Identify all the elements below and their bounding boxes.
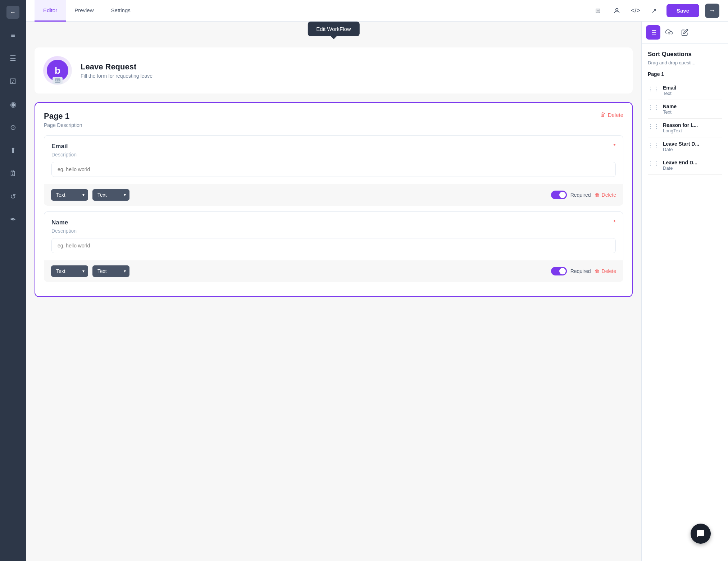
page-title-area: Page 1 Page Description xyxy=(44,111,82,128)
share-icon[interactable]: ↗ xyxy=(648,4,661,17)
trash-icon: 🗑 xyxy=(600,111,606,118)
field-email-type2-select[interactable]: Text LongText Date xyxy=(92,189,129,201)
sort-item: ⋮⋮ Leave End D... Date xyxy=(648,156,722,175)
panel-upload-icon[interactable] xyxy=(662,25,676,40)
left-sidebar: ← ≡ ☰ ☑ ◉ ⊙ ⬆ 🗓 ↺ ✒ xyxy=(0,0,26,561)
field-name-description: Description xyxy=(51,228,616,234)
sidebar-icon-signature[interactable]: ✒ xyxy=(6,213,19,226)
field-name-input[interactable] xyxy=(51,238,616,253)
drag-handle-icon-1[interactable]: ⋮⋮ xyxy=(648,104,659,111)
sort-item-name-2: Reason for L... xyxy=(663,122,698,128)
field-name-required-area: Required 🗑 Delete xyxy=(551,267,616,275)
page-title: Page 1 xyxy=(44,111,82,121)
workflow-tooltip[interactable]: Edit WorkFlow xyxy=(308,22,359,36)
field-email-label: Email xyxy=(51,143,68,150)
field-email-required-star: * xyxy=(613,143,616,150)
collaboration-icon[interactable] xyxy=(610,4,623,17)
page-delete-button[interactable]: 🗑 Delete xyxy=(600,111,623,118)
field-email-type1-select[interactable]: Text LongText Date Number Email xyxy=(51,189,88,201)
sort-items-list: ⋮⋮ Email Text ⋮⋮ Name Text xyxy=(648,81,722,175)
sort-description: Drag and drop questi... xyxy=(648,60,722,65)
field-email-type2-wrapper[interactable]: Text LongText Date ▾ xyxy=(92,189,129,201)
trash-icon-name: 🗑 xyxy=(595,268,600,274)
sort-item-type-1: Text xyxy=(663,109,677,115)
drag-handle-icon-2[interactable]: ⋮⋮ xyxy=(648,123,659,130)
drag-handle-icon-3[interactable]: ⋮⋮ xyxy=(648,142,659,149)
svg-point-0 xyxy=(616,8,618,11)
main-area: Editor Preview Settings ⊞ </> ↗ Save → E… xyxy=(26,0,728,561)
sort-item-name-4: Leave End D... xyxy=(663,160,697,165)
panel-sort-icon[interactable] xyxy=(646,25,660,40)
workflow-icon[interactable]: ⊞ xyxy=(592,4,605,17)
right-sidebar: Sort Questions Drag and drop questi... P… xyxy=(642,44,728,182)
tab-preview[interactable]: Preview xyxy=(66,0,102,22)
field-name-label: Name xyxy=(51,219,68,226)
sidebar-icon-refresh[interactable]: ↺ xyxy=(6,190,19,203)
sort-item-name-1: Name xyxy=(663,104,677,109)
field-email-toolbar: Text LongText Date Number Email ▾ Text xyxy=(44,184,623,206)
next-button[interactable]: → xyxy=(705,4,719,18)
field-email-description: Description xyxy=(51,152,616,158)
form-subtitle: Fill the form for requesting leave xyxy=(81,73,153,79)
field-name-type2-select[interactable]: Text LongText Date xyxy=(92,265,129,277)
field-email-required-label: Required xyxy=(570,192,591,198)
sort-item-type-2: LongText xyxy=(663,128,698,133)
field-name-required-star: * xyxy=(613,219,616,227)
sidebar-icon-checkbox[interactable]: ☑ xyxy=(6,75,19,88)
field-email-required-area: Required 🗑 Delete xyxy=(551,191,616,199)
panel-icon-bar xyxy=(642,22,728,44)
field-name-card: Name * Description xyxy=(44,211,623,260)
sort-item-name-3: Leave Start D... xyxy=(663,141,699,147)
page-description: Page Description xyxy=(44,122,82,128)
save-button[interactable]: Save xyxy=(666,4,699,17)
back-button[interactable]: ← xyxy=(6,6,19,19)
field-name-delete-button[interactable]: 🗑 Delete xyxy=(595,268,616,274)
form-title: Leave Request xyxy=(81,62,153,72)
svg-rect-1 xyxy=(55,78,60,83)
field-name-toolbar: Text LongText Date ▾ Text LongText Date xyxy=(44,260,623,282)
panel-edit-icon[interactable] xyxy=(678,25,692,40)
field-name-delete-label: Delete xyxy=(602,268,616,274)
field-name-type1-wrapper[interactable]: Text LongText Date ▾ xyxy=(51,265,88,277)
sort-item-type-0: Text xyxy=(663,91,676,96)
sort-page-label: Page 1 xyxy=(648,71,722,77)
sort-item-type-3: Date xyxy=(663,147,699,152)
field-email-group: Email * Description Text LongText Date xyxy=(44,135,623,206)
sidebar-icon-circle[interactable]: ⊙ xyxy=(6,121,19,134)
field-email-type1-wrapper[interactable]: Text LongText Date Number Email ▾ xyxy=(51,189,88,201)
form-editor: Edit WorkFlow b Leave Request Fill the f… xyxy=(26,22,641,561)
content-area: Edit WorkFlow b Leave Request Fill the f… xyxy=(26,22,728,561)
sort-item: ⋮⋮ Name Text xyxy=(648,100,722,119)
sort-item: ⋮⋮ Leave Start D... Date xyxy=(648,137,722,156)
workflow-tooltip-label: Edit WorkFlow xyxy=(316,26,351,32)
tab-settings[interactable]: Settings xyxy=(103,0,139,22)
form-header-text: Leave Request Fill the form for requesti… xyxy=(81,62,153,79)
field-email-card: Email * Description xyxy=(44,135,623,184)
sidebar-icon-upload[interactable]: ⬆ xyxy=(6,144,19,157)
field-email-required-toggle[interactable] xyxy=(551,191,567,199)
drag-handle-icon-0[interactable]: ⋮⋮ xyxy=(648,86,659,92)
page-container: Page 1 Page Description 🗑 Delete Email * xyxy=(35,102,633,297)
form-logo: b xyxy=(43,56,72,85)
sort-item: ⋮⋮ Email Text xyxy=(648,81,722,100)
sort-item-type-4: Date xyxy=(663,165,697,171)
field-name-group: Name * Description Text LongText Date xyxy=(44,211,623,282)
page-delete-label: Delete xyxy=(608,112,623,118)
field-name-required-toggle[interactable] xyxy=(551,267,567,275)
sort-item-name-0: Email xyxy=(663,85,676,91)
field-email-delete-label: Delete xyxy=(602,192,616,198)
field-name-type2-wrapper[interactable]: Text LongText Date ▾ xyxy=(92,265,129,277)
tab-editor[interactable]: Editor xyxy=(35,0,66,22)
sidebar-icon-radio[interactable]: ◉ xyxy=(6,98,19,111)
sort-title: Sort Questions xyxy=(648,51,722,58)
field-email-delete-button[interactable]: 🗑 Delete xyxy=(595,192,616,198)
field-email-input[interactable] xyxy=(51,162,616,177)
sidebar-icon-menu[interactable]: ≡ xyxy=(6,29,19,42)
drag-handle-icon-4[interactable]: ⋮⋮ xyxy=(648,160,659,167)
code-icon[interactable]: </> xyxy=(629,4,642,17)
sidebar-icon-list[interactable]: ☰ xyxy=(6,52,19,65)
form-header-card: b Leave Request Fill the form for reques… xyxy=(35,47,633,94)
sidebar-icon-calendar[interactable]: 🗓 xyxy=(6,167,19,180)
field-name-type1-select[interactable]: Text LongText Date xyxy=(51,265,88,277)
page-header: Page 1 Page Description 🗑 Delete xyxy=(44,111,623,128)
